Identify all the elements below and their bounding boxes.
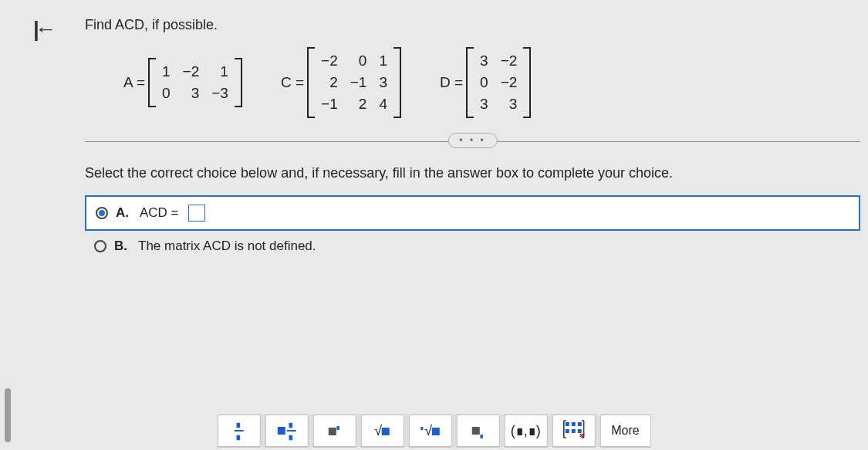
interval-button[interactable]: (∎,∎) [504, 414, 547, 447]
choice-A-letter: A. [116, 205, 129, 221]
matrix-row: A = 1−21 03−3 C = −201 2−13 −124 D = [123, 47, 860, 118]
answer-input-box[interactable] [188, 205, 205, 222]
scrollbar-thumb[interactable] [5, 388, 11, 442]
svg-rect-3 [565, 429, 569, 433]
math-toolbar: ∎∎ ∎∎ ∎ √ ∎√ ∎ (∎,∎) More [217, 414, 650, 447]
matrix-C-label: C = [281, 74, 304, 91]
choice-B-letter: B. [114, 239, 127, 254]
radio-icon[interactable] [94, 240, 106, 252]
back-arrow-icon[interactable]: |← [33, 17, 52, 41]
subscript-icon: ∎ [471, 422, 484, 440]
sqrt-icon: √ [374, 423, 390, 439]
subscript-button[interactable]: ∎ [456, 414, 499, 447]
exponent-icon: ∎ [328, 423, 340, 439]
svg-rect-5 [577, 429, 581, 433]
expand-dots-button[interactable]: • • • [448, 133, 497, 148]
choice-A-text: ACD = [140, 205, 179, 221]
exponent-button[interactable]: ∎ [312, 414, 356, 447]
fraction-icon: ∎∎ [234, 420, 243, 442]
question-text: Find ACD, if possible. [85, 17, 860, 33]
choice-B[interactable]: B. The matrix ACD is not defined. [85, 231, 860, 262]
nth-root-icon: ∎√ [420, 423, 440, 439]
svg-rect-1 [571, 422, 575, 426]
svg-rect-0 [565, 422, 569, 426]
sqrt-button[interactable]: √ [360, 414, 404, 447]
matrix-C: C = −201 2−13 −124 [281, 47, 401, 118]
interval-icon: (∎,∎) [511, 422, 541, 439]
radio-icon[interactable] [96, 207, 108, 219]
more-button[interactable]: More [599, 414, 650, 447]
choice-A[interactable]: A. ACD = [85, 195, 860, 231]
fraction-button[interactable]: ∎∎ [217, 414, 260, 447]
section-divider: • • • [85, 141, 860, 142]
svg-rect-2 [577, 422, 581, 426]
svg-rect-4 [571, 429, 575, 433]
nth-root-button[interactable]: ∎√ [408, 414, 451, 447]
matrix-button[interactable] [552, 414, 595, 447]
matrix-D: D = 3−2 0−2 33 [440, 47, 531, 118]
matrix-D-label: D = [440, 74, 463, 91]
matrix-A: A = 1−21 03−3 [123, 58, 242, 107]
choice-B-text: The matrix ACD is not defined. [138, 239, 316, 254]
matrix-A-label: A = [123, 74, 145, 91]
answer-choices: A. ACD = B. The matrix ACD is not define… [85, 195, 860, 262]
mixed-number-icon: ∎∎ [277, 420, 296, 442]
matrix-tool-icon [562, 420, 584, 442]
instruction-text: Select the correct choice below and, if … [85, 165, 860, 181]
mixed-number-button[interactable]: ∎∎ [265, 414, 308, 447]
